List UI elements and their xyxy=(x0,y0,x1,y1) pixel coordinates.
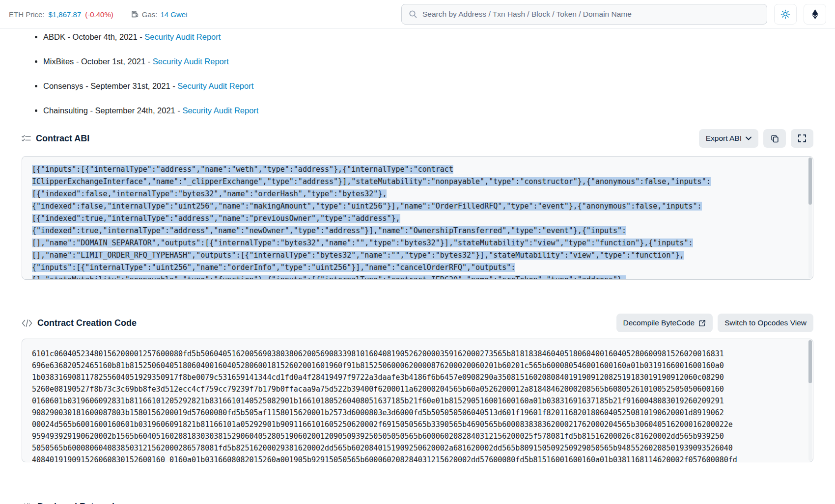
deployed-bytecode-header: Deployed Bytecode xyxy=(22,497,813,504)
checklist-icon xyxy=(22,134,31,142)
export-abi-label: Export ABI xyxy=(706,134,742,143)
eth-price-change: (-0.40%) xyxy=(85,10,113,19)
external-link-icon xyxy=(698,319,706,327)
switch-opcodes-view-button[interactable]: Switch to Opcodes View xyxy=(718,314,813,332)
security-audit-report-link[interactable]: Security Audit Report xyxy=(153,57,229,66)
creation-code-header: Contract Creation Code Decompile ByteCod… xyxy=(22,313,813,333)
audit-text: Chainsulting - September 24th, 2021 - xyxy=(43,106,182,115)
audit-text: MixBites - October 1st, 2021 - xyxy=(43,57,153,66)
section-title: Contract ABI xyxy=(36,133,89,144)
gas-pump-icon xyxy=(131,10,139,18)
list-item: ABDK - October 4th, 2021 - Security Audi… xyxy=(43,30,258,43)
security-audit-report-link[interactable]: Security Audit Report xyxy=(144,32,221,41)
creation-code-box[interactable]: 6101c06040523480156200001257600080fd5b50… xyxy=(22,339,813,462)
audit-text: Consensys - September 31st, 2021 - xyxy=(43,81,177,90)
market-stats: ETH Price: $1,867.87 (-0.40%) Gas: 14 Gw… xyxy=(9,10,188,19)
search-icon xyxy=(409,10,418,19)
chevron-down-icon xyxy=(746,136,752,140)
contract-abi-header: Contract ABI Export ABI xyxy=(22,129,813,148)
security-audit-list: ABDK - October 4th, 2021 - Security Audi… xyxy=(0,30,258,129)
code-icon xyxy=(22,319,32,327)
search-bar[interactable] xyxy=(401,4,767,25)
list-item: MixBites - October 1st, 2021 - Security … xyxy=(43,55,258,68)
sun-icon xyxy=(780,9,790,19)
export-abi-button[interactable]: Export ABI xyxy=(699,129,758,148)
copy-abi-button[interactable] xyxy=(763,129,786,148)
eth-price-label: ETH Price: xyxy=(9,10,45,19)
top-bar: ETH Price: $1,867.87 (-0.40%) Gas: 14 Gw… xyxy=(0,0,835,29)
list-item: Consensys - September 31st, 2021 - Secur… xyxy=(43,80,258,92)
expand-icon xyxy=(798,134,806,142)
contract-abi-text: [{"inputs":[{"internalType":"address","n… xyxy=(22,157,813,280)
decompile-bytecode-button[interactable]: Decompile ByteCode xyxy=(616,314,713,332)
security-audit-report-link[interactable]: Security Audit Report xyxy=(177,81,253,90)
decompile-bytecode-label: Decompile ByteCode xyxy=(623,318,695,327)
section-title: Deployed Bytecode xyxy=(37,502,119,504)
network-button[interactable] xyxy=(804,4,826,25)
search-input[interactable] xyxy=(422,10,760,19)
contract-abi-code[interactable]: [{"inputs":[{"internalType":"address","n… xyxy=(22,156,813,280)
copy-icon xyxy=(771,134,779,143)
audit-text: ABDK - October 4th, 2021 - xyxy=(43,32,144,41)
security-audit-report-link[interactable]: Security Audit Report xyxy=(182,106,258,115)
scrollbar-thumb[interactable] xyxy=(808,340,812,383)
eth-price-value[interactable]: $1,867.87 xyxy=(49,10,82,19)
ethereum-icon xyxy=(811,9,819,20)
gas-value[interactable]: 14 Gwei xyxy=(160,10,187,19)
section-title: Contract Creation Code xyxy=(37,318,137,328)
creation-code-text: 6101c06040523480156200001257600080fd5b50… xyxy=(22,339,813,462)
theme-toggle-button[interactable] xyxy=(774,4,797,25)
scrollbar-thumb[interactable] xyxy=(808,158,812,205)
list-item: Chainsulting - September 24th, 2021 - Se… xyxy=(43,104,258,117)
expand-abi-button[interactable] xyxy=(791,129,813,148)
switch-opcodes-label: Switch to Opcodes View xyxy=(724,318,807,327)
gas-label: Gas: xyxy=(142,10,158,19)
